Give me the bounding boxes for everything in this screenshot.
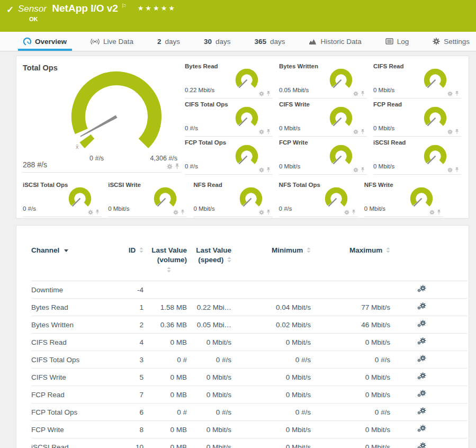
gear-icon[interactable]	[447, 91, 453, 96]
channel-settings-gears-icon[interactable]	[417, 302, 426, 310]
col-header-minimum[interactable]: Minimum	[231, 246, 311, 281]
last-value-volume: 0 MB	[143, 438, 187, 448]
flag-icon[interactable]: ⚐	[121, 3, 127, 9]
gauge-min-label: 0 #/s	[89, 155, 104, 162]
col-label: Minimum	[272, 246, 303, 254]
gauge-chart	[420, 104, 451, 131]
gear-icon[interactable]	[259, 167, 264, 173]
last-value-speed	[187, 281, 231, 299]
channel-settings-gears-icon[interactable]	[417, 407, 426, 415]
gear-icon[interactable]	[447, 167, 453, 173]
channel-row: Bytes Written 2 0.36 MB 0.05 Mbi… 0.02 M…	[31, 316, 468, 334]
maximum-value: 0 Mbit/s	[311, 421, 390, 438]
col-header-last-value-volume[interactable]: Last Value (volume)	[143, 246, 187, 281]
pin-icon[interactable]	[455, 167, 459, 173]
gear-icon[interactable]	[259, 129, 264, 135]
gauge-value: 0.05 Mbit/s	[279, 87, 309, 93]
channel-name: FCP Total Ops	[31, 404, 116, 421]
gear-icon[interactable]	[353, 167, 358, 173]
channel-name: CIFS Write	[31, 369, 116, 386]
channel-settings-gears-icon[interactable]	[417, 425, 426, 433]
gauge-value: 0 Mbit/s	[364, 205, 385, 212]
pin-icon[interactable]	[352, 209, 356, 215]
channel-row: FCP Read 7 0 MB 0 Mbit/s 0 Mbit/s 0 Mbit…	[31, 386, 468, 404]
pin-icon[interactable]	[455, 129, 459, 135]
pin-icon[interactable]	[361, 167, 365, 173]
tab-settings[interactable]: Settings	[430, 32, 472, 51]
tab-number: 2	[157, 38, 161, 46]
tab-label: Overview	[35, 38, 67, 46]
gear-icon[interactable]	[353, 91, 358, 96]
col-header-last-value-speed[interactable]: Last Value (speed)	[187, 246, 231, 281]
tab-live-data[interactable]: Live Data	[88, 32, 136, 51]
tab-log[interactable]: Log	[383, 32, 411, 51]
channel-settings-gears-icon[interactable]	[417, 372, 426, 380]
channel-settings-gears-icon[interactable]	[417, 442, 426, 448]
last-value-speed: 0.22 Mbi…	[187, 299, 231, 316]
maximum-value: 0 Mbit/s	[311, 386, 390, 404]
gear-icon[interactable]	[259, 210, 264, 215]
tile-actions	[167, 163, 179, 169]
pin-icon[interactable]	[266, 91, 271, 96]
tab-number: 30	[204, 38, 212, 46]
pin-icon[interactable]	[361, 129, 365, 135]
tab-label: Settings	[444, 38, 470, 46]
last-value-volume: 0.36 MB	[143, 316, 187, 334]
channel-table-panel: Channel ID Last Value (volume) Last Valu…	[16, 225, 469, 448]
tab-number: 365	[254, 38, 266, 46]
tab-365-days[interactable]: 365 days	[252, 32, 287, 51]
last-value-speed: 0 #/s	[187, 404, 231, 421]
gauge-value: 0 #/s	[279, 205, 292, 212]
priority-stars[interactable]: ★★★★★	[138, 4, 176, 12]
channel-settings-gears-icon[interactable]	[417, 390, 426, 398]
gauge-scale-labels: 0 #/s 4,306 #/s	[89, 155, 177, 162]
pin-icon[interactable]	[181, 209, 185, 215]
col-header-channel[interactable]: Channel	[31, 246, 116, 281]
log-icon	[385, 38, 393, 44]
channel-settings-gears-icon[interactable]	[417, 285, 426, 293]
minimum-value: 0.02 Mbit/s	[231, 316, 311, 334]
gear-icon[interactable]	[259, 91, 264, 96]
col-header-maximum[interactable]: Maximum	[311, 246, 390, 281]
gear-icon[interactable]	[88, 210, 93, 215]
channel-settings-gears-icon[interactable]	[417, 355, 426, 363]
channel-settings-gears-icon[interactable]	[417, 320, 426, 328]
pin-icon[interactable]	[175, 163, 179, 169]
gear-icon[interactable]	[429, 210, 435, 215]
gear-icon[interactable]	[447, 129, 453, 135]
gauge-value: 0 Mbit/s	[373, 125, 394, 131]
pin-icon[interactable]	[361, 91, 365, 96]
gauge-tile: iSCSI Read 0 Mbit/s	[373, 137, 461, 175]
pin-icon[interactable]	[95, 209, 100, 215]
tab-30-days[interactable]: 30 days	[202, 32, 233, 51]
tab-overview[interactable]: Overview	[21, 32, 69, 51]
last-value-speed: 0 Mbit/s	[187, 438, 231, 448]
tab-historic-data[interactable]: Historic Data	[307, 32, 363, 51]
channel-settings-gears-icon[interactable]	[417, 337, 426, 345]
channel-id: -4	[116, 281, 143, 299]
gauge-tile: NFS Total Ops 0 #/s	[279, 179, 358, 217]
last-value-volume: 1.58 MB	[143, 299, 187, 316]
gear-icon[interactable]	[173, 210, 178, 215]
gauge-value: 0 #/s	[185, 125, 198, 131]
tab-2-days[interactable]: 2 days	[155, 32, 182, 51]
col-label: ID	[129, 246, 136, 254]
pin-icon[interactable]	[437, 209, 441, 215]
channel-name: FCP Read	[31, 386, 116, 404]
last-value-volume: 0 #	[143, 351, 187, 369]
channel-row: CIFS Write 5 0 MB 0 Mbit/s 0 Mbit/s 0 Mb…	[31, 369, 468, 386]
pin-icon[interactable]	[455, 91, 459, 96]
tab-label: Log	[397, 38, 409, 46]
gauge-chart	[321, 185, 352, 211]
col-header-id[interactable]: ID	[116, 246, 143, 281]
pin-icon[interactable]	[266, 209, 271, 215]
gauge-chart	[231, 142, 262, 169]
pin-icon[interactable]	[266, 129, 271, 135]
minimum-value: 0 Mbit/s	[231, 421, 311, 438]
gear-icon[interactable]	[344, 210, 349, 215]
gauge-tile: Bytes Read 0.22 Mbit/s	[185, 60, 273, 98]
channel-name: CIFS Total Ops	[31, 351, 116, 369]
gear-icon[interactable]	[167, 164, 173, 169]
gear-icon[interactable]	[353, 129, 358, 135]
pin-icon[interactable]	[266, 167, 271, 173]
